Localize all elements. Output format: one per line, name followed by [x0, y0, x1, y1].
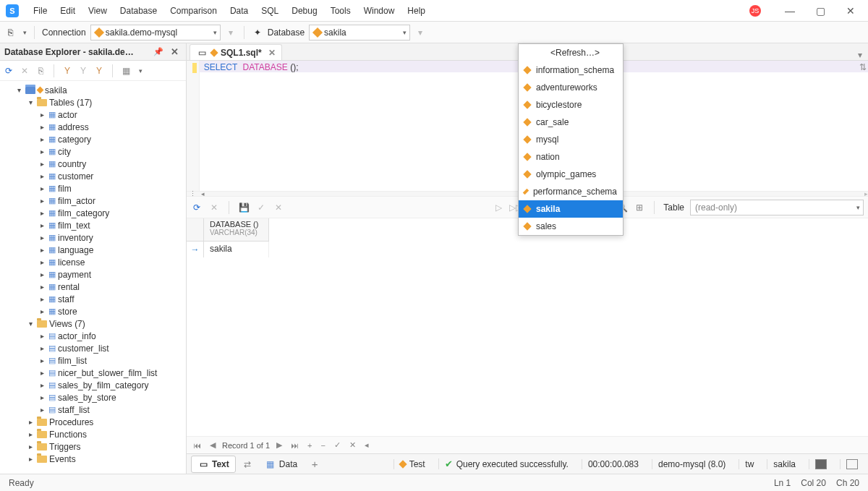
- filter2-icon[interactable]: Y: [77, 65, 89, 77]
- tree-views-folder[interactable]: ▾Views (7): [0, 317, 186, 330]
- menu-window[interactable]: Window: [358, 3, 401, 19]
- grid-row[interactable]: → sakila: [187, 242, 868, 257]
- delete-icon[interactable]: ✕: [19, 65, 30, 77]
- add-record-button[interactable]: +: [305, 441, 314, 450]
- tree-table-rental[interactable]: ▸▦rental: [0, 281, 186, 293]
- tree-view-film_list[interactable]: ▸▤film_list: [0, 354, 186, 367]
- tree-tables-folder[interactable]: ▾Tables (17): [0, 96, 186, 108]
- results-grid[interactable]: DATABASE () VARCHAR(34) → sakila ⏮ ◀ Rec…: [187, 218, 868, 474]
- connection-combo[interactable]: sakila.demo-mysql ▾: [90, 25, 221, 40]
- tree-table-film[interactable]: ▸▦film: [0, 182, 186, 195]
- refresh-icon[interactable]: ⟳: [3, 65, 14, 77]
- menu-database[interactable]: Database: [114, 3, 163, 19]
- menu-comparison[interactable]: Comparison: [164, 3, 223, 19]
- dropdown-item-sales[interactable]: sales: [519, 218, 623, 235]
- tree-table-film_actor[interactable]: ▸▦film_actor: [0, 195, 186, 207]
- rollback-button[interactable]: ✕: [347, 440, 358, 450]
- tree-view-staff_list[interactable]: ▸▤staff_list: [0, 404, 186, 416]
- tree-table-inventory[interactable]: ▸▦inventory: [0, 231, 186, 244]
- next-record-button[interactable]: ▶: [274, 440, 284, 450]
- link-icon[interactable]: ⊞: [634, 202, 645, 213]
- maximize-button[interactable]: ▢: [809, 2, 832, 20]
- layout-icon[interactable]: ▦: [120, 65, 132, 77]
- swap-icon[interactable]: ⇄: [242, 458, 253, 470]
- connection-action-icon[interactable]: ▾: [225, 27, 237, 38]
- dropdown-item-information_schema[interactable]: information_schema: [519, 61, 623, 79]
- layout-dropdown[interactable]: ▾: [139, 67, 142, 74]
- tree-view-customer_list[interactable]: ▸▤customer_list: [0, 342, 186, 354]
- first-record-button[interactable]: ⏮: [191, 441, 203, 450]
- tree-functions[interactable]: ▸Functions: [0, 428, 186, 440]
- layout-toggle-2[interactable]: [840, 459, 864, 469]
- cancel-icon[interactable]: ✕: [208, 202, 220, 213]
- last-record-button[interactable]: ⏭: [289, 441, 301, 450]
- dropdown-item-car_sale[interactable]: car_sale: [519, 114, 623, 131]
- menu-edit[interactable]: Edit: [54, 3, 81, 19]
- dropdown-item-nation[interactable]: nation: [519, 148, 623, 166]
- db-tool-icon[interactable]: ✦: [252, 27, 263, 38]
- dropdown-item-olympic_games[interactable]: olympic_games: [519, 166, 623, 183]
- dropdown-item-bicyclestore[interactable]: bicyclestore: [519, 96, 623, 114]
- tree-view-sales_by_store[interactable]: ▸▤sales_by_store: [0, 391, 186, 404]
- tree-table-customer[interactable]: ▸▦customer: [0, 170, 186, 182]
- run-icon[interactable]: ▷: [493, 202, 504, 213]
- remove-record-button[interactable]: −: [318, 441, 327, 450]
- column-header[interactable]: DATABASE () VARCHAR(34): [204, 218, 269, 242]
- tree-triggers[interactable]: ▸Triggers: [0, 440, 186, 453]
- table-mode-combo[interactable]: (read-only) ▾: [690, 200, 864, 215]
- pin-icon[interactable]: 📌: [153, 47, 163, 56]
- refresh-results-icon[interactable]: ⟳: [191, 202, 203, 213]
- menu-view[interactable]: View: [82, 3, 113, 19]
- new-sql-icon[interactable]: ⎘: [4, 27, 16, 38]
- tab-overflow[interactable]: ▾: [852, 50, 868, 60]
- minimize-button[interactable]: —: [778, 2, 801, 20]
- tree-table-store[interactable]: ▸▦store: [0, 305, 186, 317]
- sql-tab[interactable]: ▭ SQL1.sql* ✕: [190, 44, 282, 60]
- tree-table-staff[interactable]: ▸▦staff: [0, 293, 186, 305]
- text-tab[interactable]: ▭ Text: [191, 456, 236, 473]
- tree-procedures[interactable]: ▸Procedures: [0, 416, 186, 428]
- explorer-tree[interactable]: ▾ sakila▾Tables (17)▸▦actor▸▦address▸▦ca…: [0, 81, 186, 474]
- tab-close-button[interactable]: ✕: [268, 48, 276, 58]
- cell-value[interactable]: sakila: [204, 242, 269, 257]
- menu-data[interactable]: Data: [224, 3, 254, 19]
- tree-database[interactable]: ▾ sakila: [0, 84, 186, 96]
- prev-record-button[interactable]: ◀: [208, 440, 218, 450]
- menu-file[interactable]: File: [27, 3, 53, 19]
- tree-view-actor_info[interactable]: ▸▤actor_info: [0, 330, 186, 342]
- menu-tools[interactable]: Tools: [325, 3, 357, 19]
- new-sql-dropdown[interactable]: ▾: [23, 29, 27, 36]
- menu-debug[interactable]: Debug: [286, 3, 323, 19]
- tree-table-language[interactable]: ▸▦language: [0, 244, 186, 256]
- filter3-icon[interactable]: Y: [93, 65, 105, 77]
- check-icon[interactable]: ✓: [255, 202, 267, 213]
- nav-extra[interactable]: ◂: [362, 440, 371, 450]
- filter-icon[interactable]: Y: [61, 65, 73, 77]
- database-dropdown[interactable]: <Refresh…>information_schemaadventurewor…: [518, 43, 624, 236]
- close-panel-button[interactable]: ✕: [168, 46, 182, 57]
- tree-table-film_text[interactable]: ▸▦film_text: [0, 219, 186, 231]
- dropdown-item-adventureworks[interactable]: adventureworks: [519, 79, 623, 96]
- close-button[interactable]: ✕: [839, 2, 862, 20]
- save-icon[interactable]: 💾: [238, 202, 250, 213]
- tree-table-category[interactable]: ▸▦category: [0, 133, 186, 145]
- tree-table-country[interactable]: ▸▦country: [0, 158, 186, 170]
- menu-sql[interactable]: SQL: [255, 3, 284, 19]
- database-action-icon[interactable]: ▾: [414, 27, 426, 38]
- dropdown-item-sakila[interactable]: sakila: [519, 200, 623, 218]
- database-combo[interactable]: sakila ▾: [309, 25, 410, 40]
- tree-view-sales_by_film_category[interactable]: ▸▤sales_by_film_category: [0, 379, 186, 391]
- menu-help[interactable]: Help: [401, 3, 431, 19]
- tree-table-actor[interactable]: ▸▦actor: [0, 108, 186, 121]
- dropdown-item-mysql[interactable]: mysql: [519, 131, 623, 148]
- tree-table-payment[interactable]: ▸▦payment: [0, 268, 186, 281]
- dropdown-item-performance_schema[interactable]: performance_schema: [519, 183, 623, 200]
- tree-table-license[interactable]: ▸▦license: [0, 256, 186, 268]
- tree-table-address[interactable]: ▸▦address: [0, 121, 186, 133]
- tree-table-city[interactable]: ▸▦city: [0, 145, 186, 158]
- data-tab[interactable]: ▦ Data: [259, 456, 303, 472]
- tree-view-nicer_but_slower_film_list[interactable]: ▸▤nicer_but_slower_film_list: [0, 367, 186, 379]
- add-tab-button[interactable]: +: [309, 458, 320, 470]
- dropdown-refresh[interactable]: <Refresh…>: [519, 44, 623, 61]
- reject-icon[interactable]: ✕: [273, 202, 284, 213]
